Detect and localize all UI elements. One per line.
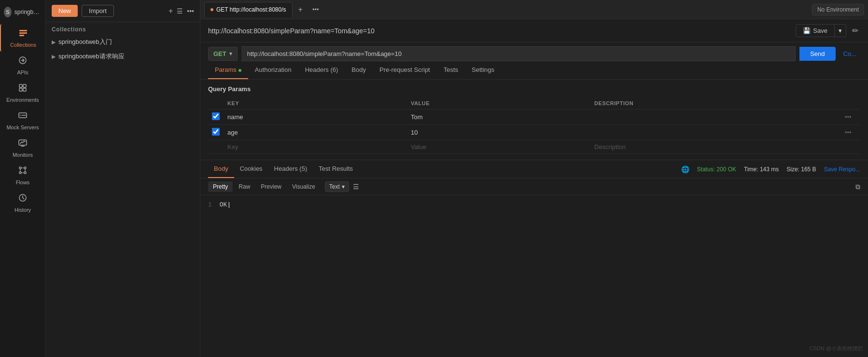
tab-body[interactable]: Body [345,61,373,79]
table-row-empty [208,140,860,154]
method-url-row: GET ▾ Send Co... [200,42,868,61]
sidebar-item-apis[interactable]: APIs [0,52,45,79]
line-number-1: 1 [208,201,212,208]
save-button[interactable]: 💾 Save [796,24,835,37]
row-0-more-icon[interactable]: ••• [845,113,852,121]
tab-tests-label: Tests [444,66,458,73]
response-code-area: 1 OK [200,195,868,214]
add-collection-icon[interactable]: + [168,7,173,15]
save-button-group: 💾 Save ▾ [796,24,846,37]
sidebar-item-flows[interactable]: Flows [0,162,45,189]
cookies-link[interactable]: Co... [840,50,860,57]
collection-item-0[interactable]: ▶ springbootweb入门 [46,35,200,49]
svg-point-14 [24,172,26,174]
tab-headers[interactable]: Headers (6) [298,61,345,79]
res-tab-headers[interactable]: Headers (5) [268,160,313,178]
body-tab-preview[interactable]: Preview [256,181,286,192]
collection-item-1[interactable]: ▶ springbootweb请求响应 [46,49,200,64]
tab-settings-label: Settings [472,66,494,73]
sidebar-item-collections[interactable]: Collections [0,24,45,52]
col-value: VALUE [407,97,590,110]
row-1-more-icon[interactable]: ••• [845,129,852,136]
res-tab-test-results[interactable]: Test Results [313,160,359,178]
tab-bar: GET http://localhost:8080/s + ••• No Env… [200,0,868,19]
res-tab-body[interactable]: Body [208,160,234,178]
save-dropdown-button[interactable]: ▾ [835,24,846,37]
tab-label-0: GET http://localhost:8080/s [216,6,286,13]
res-tab-headers-label: Headers (5) [274,165,308,172]
tab-pre-request[interactable]: Pre-request Script [373,61,437,79]
code-content: OK [220,201,860,208]
row-1-checkbox[interactable] [212,128,220,136]
sidebar-item-label-flows: Flows [16,179,30,185]
request-tab-0[interactable]: GET http://localhost:8080/s [204,2,293,17]
sidebar-item-label-collections: Collections [10,42,36,48]
tab-settings[interactable]: Settings [465,61,501,79]
svg-point-13 [19,172,21,174]
more-options-icon[interactable]: ••• [187,7,194,15]
tab-authorization-label: Authorization [255,66,292,73]
monitors-icon [18,138,28,150]
svg-rect-6 [19,88,22,91]
tab-more-options[interactable]: ••• [308,4,323,15]
edit-button[interactable]: ✏ [850,24,860,37]
user-profile[interactable]: S springbootweb [0,4,45,20]
chevron-right-icon-0: ▶ [52,39,56,45]
row-0-key: name [227,113,243,121]
save-response-button[interactable]: Save Respo... [824,166,860,173]
col-key: KEY [224,97,407,110]
params-section: Query Params KEY VALUE DESCRIPTION name … [200,80,868,160]
sidebar-item-mock-servers[interactable]: Mock Servers [0,107,45,134]
response-meta: 🌐 Status: 200 OK Time: 143 ms Size: 165 … [681,165,860,173]
method-chevron-icon: ▾ [229,51,232,57]
copy-icon[interactable]: ⧉ [855,183,860,191]
row-1-key: age [227,129,238,136]
collection-name-1: springbootweb请求响应 [58,52,125,61]
chevron-right-icon-1: ▶ [52,54,56,60]
new-tab-button[interactable]: + [294,3,307,16]
svg-rect-2 [19,35,24,36]
send-button[interactable]: Send [799,47,835,61]
collections-section-title: Collections [52,26,86,33]
new-key-input[interactable] [227,143,403,151]
filter-icon[interactable]: ☰ [177,7,183,15]
body-tab-pretty[interactable]: Pretty [208,181,233,192]
request-bar: http://localhost:8080/simpleParam?name=T… [200,19,868,42]
svg-rect-0 [19,30,27,31]
svg-rect-7 [23,88,26,91]
sidebar-item-environments[interactable]: Environments [0,79,45,107]
body-tab-visualize[interactable]: Visualize [287,181,320,192]
globe-icon: 🌐 [681,165,689,173]
environments-icon [18,83,28,95]
request-url-display: http://localhost:8080/simpleParam?name=T… [208,27,792,35]
response-tabs: Body Cookies Headers (5) Test Results [208,160,359,178]
sidebar: S springbootweb Collections APIs Environ… [0,0,46,357]
format-icon[interactable]: ☰ [350,182,362,192]
code-line-1: OK [220,201,860,208]
sidebar-item-monitors[interactable]: Monitors [0,134,45,162]
collections-header: New Import + ☰ ••• [46,0,200,22]
environment-selector[interactable]: No Environment [812,4,864,15]
text-format-chevron-icon: ▾ [342,183,345,190]
new-value-input[interactable] [411,143,587,151]
apis-icon [18,55,28,68]
method-selector[interactable]: GET ▾ [208,47,238,61]
url-input[interactable] [241,46,796,61]
tab-params[interactable]: Params [208,61,248,79]
sidebar-item-label-history: History [14,207,31,213]
row-0-checkbox[interactable] [212,112,220,120]
body-tab-visualize-label: Visualize [292,183,315,190]
new-button[interactable]: New [52,5,78,17]
new-desc-input[interactable] [594,143,837,151]
import-button[interactable]: Import [82,5,114,17]
history-icon [18,193,28,205]
sidebar-item-history[interactable]: History [0,189,45,217]
res-tab-cookies[interactable]: Cookies [234,160,268,178]
tab-tests[interactable]: Tests [437,61,465,79]
response-size: Size: 165 B [786,166,816,173]
tab-authorization[interactable]: Authorization [248,61,298,79]
main-area: GET http://localhost:8080/s + ••• No Env… [200,0,868,357]
text-format-selector[interactable]: Text ▾ [325,181,349,192]
body-tab-raw[interactable]: Raw [234,181,255,192]
params-dot [238,69,241,72]
